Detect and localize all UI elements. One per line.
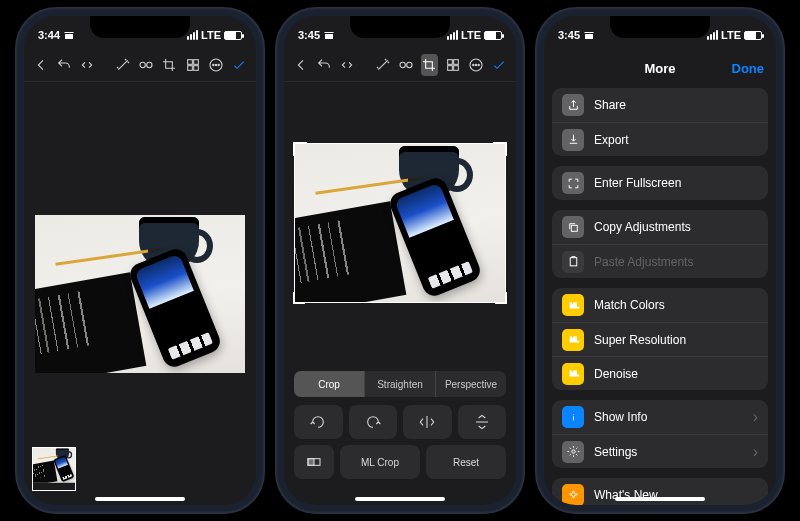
seg-straighten[interactable]: Straighten — [364, 371, 435, 397]
aspect-ratio-button[interactable] — [294, 445, 334, 479]
more-button[interactable] — [467, 54, 484, 76]
svg-point-9 — [218, 64, 219, 65]
row-settings[interactable]: Settings › — [552, 434, 768, 468]
sparkle-icon — [562, 484, 584, 505]
canvas[interactable] — [24, 82, 256, 505]
done-button[interactable] — [491, 54, 508, 76]
home-indicator[interactable] — [355, 497, 445, 501]
adjustments-button[interactable] — [397, 54, 414, 76]
signal-icon — [707, 30, 718, 40]
svg-rect-21 — [308, 459, 314, 466]
svg-point-10 — [400, 62, 405, 67]
time: 3:45 — [558, 29, 580, 41]
row-super-resolution[interactable]: ML Super Resolution — [552, 322, 768, 356]
paste-icon — [562, 251, 584, 273]
export-icon — [562, 129, 584, 151]
editor-toolbar — [24, 48, 256, 82]
row-denoise[interactable]: ML Denoise — [552, 356, 768, 390]
fullscreen-group: Enter Fullscreen — [552, 166, 768, 200]
network-label: LTE — [721, 29, 741, 41]
svg-rect-22 — [571, 225, 577, 231]
svg-rect-23 — [570, 258, 577, 266]
row-paste-adjustments: Paste Adjustments — [552, 244, 768, 278]
done-button[interactable] — [231, 54, 248, 76]
seg-perspective[interactable]: Perspective — [435, 371, 506, 397]
back-button[interactable] — [32, 54, 49, 76]
photo — [295, 144, 505, 302]
svg-point-0 — [140, 62, 145, 67]
phone-3-more-menu: 3:45 LTE More Done Share — [536, 8, 784, 513]
flip-vertical-button[interactable] — [458, 405, 507, 439]
network-label: LTE — [461, 29, 481, 41]
notch — [610, 16, 710, 38]
row-fullscreen[interactable]: Enter Fullscreen — [552, 166, 768, 200]
reset-button[interactable]: Reset — [426, 445, 506, 479]
code-button[interactable] — [79, 54, 96, 76]
share-group: Share Export — [552, 88, 768, 156]
battery-icon — [224, 31, 242, 40]
seg-crop[interactable]: Crop — [294, 371, 364, 397]
svg-point-18 — [475, 64, 476, 65]
battery-icon — [744, 31, 762, 40]
magic-wand-button[interactable] — [114, 54, 131, 76]
done-button[interactable]: Done — [732, 61, 765, 76]
photo — [35, 215, 245, 373]
magic-wand-button[interactable] — [374, 54, 391, 76]
signal-icon — [187, 30, 198, 40]
more-button[interactable] — [207, 54, 224, 76]
row-export[interactable]: Export — [552, 122, 768, 156]
svg-point-7 — [213, 64, 214, 65]
crop-button[interactable] — [161, 54, 178, 76]
row-match-colors[interactable]: ML Match Colors — [552, 288, 768, 322]
notch — [90, 16, 190, 38]
notch — [350, 16, 450, 38]
signal-icon — [447, 30, 458, 40]
rotate-right-button[interactable] — [349, 405, 398, 439]
home-indicator[interactable] — [615, 497, 705, 501]
crop-mode-segment[interactable]: Crop Straighten Perspective — [294, 371, 506, 397]
svg-text:ML: ML — [569, 302, 578, 309]
adjustments-group: Copy Adjustments Paste Adjustments — [552, 210, 768, 278]
row-share[interactable]: Share — [552, 88, 768, 122]
svg-point-27 — [571, 450, 574, 453]
canvas[interactable] — [284, 82, 516, 363]
share-icon — [562, 94, 584, 116]
rotate-left-button[interactable] — [294, 405, 343, 439]
phone-2-crop-view: 3:45 LTE — [276, 8, 524, 513]
undo-button[interactable] — [315, 54, 332, 76]
super-res-icon: ML — [562, 329, 584, 351]
back-button[interactable] — [292, 54, 309, 76]
alarm-icon — [63, 29, 75, 41]
fullscreen-icon — [562, 172, 584, 194]
svg-point-19 — [478, 64, 479, 65]
home-indicator[interactable] — [95, 497, 185, 501]
chevron-icon: › — [753, 443, 758, 461]
presets-button[interactable] — [184, 54, 201, 76]
flip-horizontal-button[interactable] — [403, 405, 452, 439]
svg-point-11 — [407, 62, 412, 67]
network-label: LTE — [201, 29, 221, 41]
svg-rect-15 — [453, 65, 458, 70]
svg-point-17 — [473, 64, 474, 65]
ml-crop-button[interactable]: ML Crop — [340, 445, 420, 479]
svg-rect-14 — [447, 65, 452, 70]
presets-button[interactable] — [444, 54, 461, 76]
svg-rect-2 — [187, 59, 192, 64]
svg-point-8 — [215, 64, 216, 65]
crop-button[interactable] — [421, 54, 438, 76]
row-show-info[interactable]: Show Info › — [552, 400, 768, 434]
ml-group: ML Match Colors ML Super Resolution ML D… — [552, 288, 768, 390]
row-copy-adjustments[interactable]: Copy Adjustments — [552, 210, 768, 244]
chevron-icon: › — [753, 408, 758, 426]
svg-point-1 — [147, 62, 152, 67]
match-colors-icon: ML — [562, 294, 584, 316]
time: 3:44 — [38, 29, 60, 41]
undo-button[interactable] — [55, 54, 72, 76]
adjustments-button[interactable] — [137, 54, 154, 76]
code-button[interactable] — [339, 54, 356, 76]
sheet-header: More Done — [544, 48, 776, 88]
info-icon — [562, 406, 584, 428]
crop-box[interactable] — [294, 143, 506, 303]
time: 3:45 — [298, 29, 320, 41]
thumbnail[interactable] — [32, 447, 76, 491]
